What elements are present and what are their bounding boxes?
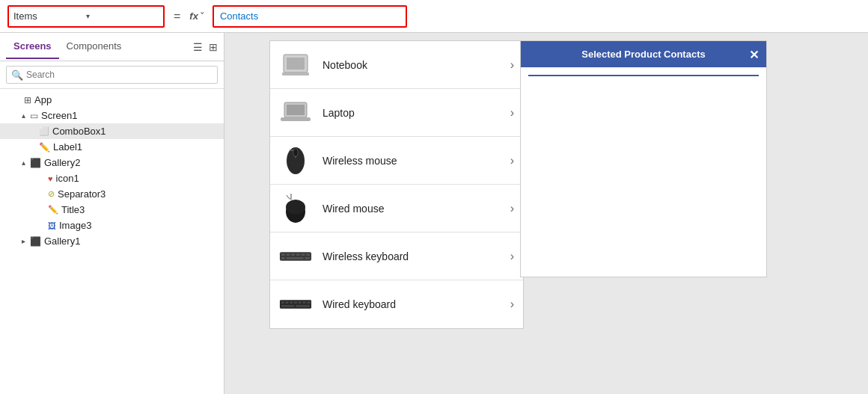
kbd-label: Wired keyboard (323, 298, 510, 310)
tree-item-combobox1[interactable]: ⬜ ComboBox1 (0, 123, 224, 139)
contacts-panel-close-button[interactable]: ✕ (749, 47, 759, 61)
gallery-row-laptop[interactable]: Laptop › (270, 89, 523, 137)
search-icon: 🔍 (11, 70, 23, 81)
svg-rect-32 (296, 305, 310, 307)
tree-item-icon1[interactable]: ♥ icon1 (0, 170, 224, 186)
app-icon: ⊞ (24, 95, 31, 105)
tree-item-app[interactable]: ⊞ App (0, 92, 224, 108)
items-label: Items (13, 10, 86, 22)
wmouse-label: Wireless mouse (323, 155, 510, 167)
svg-rect-2 (282, 73, 309, 76)
fx-label: fx (189, 10, 198, 22)
screen1-expander-icon: ▴ (18, 111, 28, 120)
title3-label: Title3 (61, 204, 85, 215)
wkbd-label: Wireless keyboard (323, 250, 510, 262)
gallery1-icon: ⬛ (30, 236, 41, 247)
canvas-area: Notebook › Laptop › (224, 33, 868, 394)
laptop-image (279, 96, 312, 129)
kbd-chevron-icon: › (510, 298, 514, 311)
svg-rect-1 (287, 58, 305, 70)
svg-rect-21 (287, 256, 304, 259)
gallery-widget: Notebook › Laptop › (269, 40, 524, 329)
svg-rect-22 (305, 256, 310, 259)
gallery-row-kbd[interactable]: Wired keyboard › (270, 280, 523, 328)
gallery-row-wmouse[interactable]: Wireless mouse › (270, 137, 523, 185)
gallery-row-wkbd[interactable]: Wireless keyboard › (270, 233, 523, 280)
fx-indicator: fx ˅ (189, 10, 205, 22)
wkbd-chevron-icon: › (510, 250, 514, 263)
separator3-label: Separator3 (58, 188, 106, 200)
svg-rect-16 (291, 253, 295, 256)
notebook-chevron-icon: › (510, 58, 514, 72)
sidebar-tabs: Screens Components ☰ ⊞ (0, 33, 224, 61)
app-label: App (34, 94, 52, 105)
laptop-label: Laptop (323, 107, 510, 119)
wmouse-image (279, 144, 312, 177)
gallery2-icon: ⬛ (30, 158, 41, 168)
svg-rect-24 (281, 301, 284, 304)
laptop-chevron-icon: › (510, 106, 514, 120)
formula-bar[interactable]: Contacts (213, 5, 407, 28)
wkbd-image (279, 240, 312, 273)
items-property-selector[interactable]: Items ▾ (7, 5, 165, 28)
svg-rect-25 (286, 301, 289, 304)
tree-item-image3[interactable]: 🖼 Image3 (0, 218, 224, 233)
notebook-label: Notebook (323, 59, 510, 71)
svg-rect-14 (281, 253, 285, 256)
tab-screens[interactable]: Screens (6, 34, 59, 59)
gallery1-expander-icon: ▸ (18, 237, 28, 245)
formula-value: Contacts (220, 10, 258, 22)
wmouse2-chevron-icon: › (510, 202, 514, 215)
svg-point-11 (286, 200, 305, 215)
list-view-icon[interactable]: ☰ (193, 41, 203, 53)
main-layout: Screens Components ☰ ⊞ 🔍 ⊞ App (0, 33, 868, 394)
svg-rect-29 (303, 301, 306, 304)
combobox1-label: ComboBox1 (52, 126, 106, 137)
wmouse-chevron-icon: › (510, 154, 514, 167)
screen-icon: ▭ (30, 111, 38, 121)
title3-icon: ✏️ (48, 205, 58, 215)
top-bar: Items ▾ = fx ˅ Contacts (0, 0, 868, 33)
tree-item-label1[interactable]: ✏️ Label1 (0, 139, 224, 155)
tree-item-title3[interactable]: ✏️ Title3 (0, 202, 224, 218)
wmouse2-label: Wired mouse (323, 203, 510, 215)
label1-label: Label1 (53, 141, 82, 153)
gallery2-label: Gallery2 (44, 157, 80, 168)
tree-item-separator3[interactable]: ⊘ Separator3 (0, 186, 224, 202)
tree-item-screen1[interactable]: ▴ ▭ Screen1 (0, 108, 224, 123)
icon1-label: icon1 (56, 173, 79, 184)
svg-rect-30 (307, 301, 311, 304)
combobox-icon: ⬜ (39, 126, 49, 136)
contacts-panel-body: ▼ (521, 67, 766, 277)
contacts-panel-header: Selected Product Contacts ✕ (521, 41, 766, 67)
fx-chevron-icon: ˅ (200, 10, 205, 22)
items-chevron-icon: ▾ (86, 12, 159, 20)
image3-label: Image3 (59, 220, 91, 231)
image3-icon: 🖼 (48, 221, 56, 230)
tab-components[interactable]: Components (59, 34, 129, 59)
grid-view-icon[interactable]: ⊞ (209, 41, 218, 53)
label-icon: ✏️ (39, 142, 50, 153)
svg-rect-17 (296, 253, 300, 256)
contacts-panel-divider (528, 75, 759, 76)
tree-area: ⊞ App ▴ ▭ Screen1 ⬜ ComboBox1 ✏️ (0, 89, 224, 394)
separator3-icon: ⊘ (48, 189, 55, 199)
equals-sign: = (174, 10, 180, 23)
svg-rect-27 (294, 301, 297, 304)
sidebar-search: 🔍 (0, 61, 224, 89)
gallery-row-wmouse2[interactable]: Wired mouse › (270, 185, 523, 233)
contacts-panel: Selected Product Contacts ✕ (520, 40, 767, 277)
icon1-icon: ♥ (48, 174, 53, 183)
svg-rect-23 (280, 300, 311, 308)
svg-rect-13 (280, 252, 311, 260)
gallery1-label: Gallery1 (44, 236, 80, 247)
sidebar: Screens Components ☰ ⊞ 🔍 ⊞ App (0, 33, 224, 394)
gallery-row-notebook[interactable]: Notebook › (270, 41, 523, 89)
screen1-label: Screen1 (41, 110, 77, 121)
svg-rect-4 (287, 105, 305, 115)
tree-item-gallery1[interactable]: ▸ ⬛ Gallery1 (0, 233, 224, 249)
gallery2-expander-icon: ▴ (18, 158, 28, 167)
svg-rect-28 (299, 301, 302, 304)
search-input[interactable] (6, 66, 218, 84)
tree-item-gallery2[interactable]: ▴ ⬛ Gallery2 (0, 155, 224, 170)
